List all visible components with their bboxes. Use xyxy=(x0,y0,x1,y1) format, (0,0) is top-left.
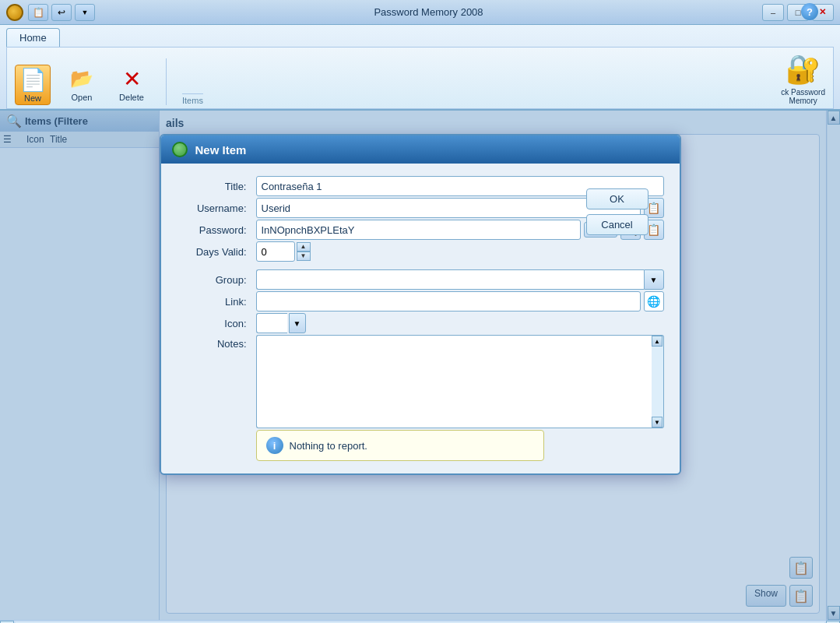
dialog-title: New Item xyxy=(195,143,247,157)
quick-access-toolbar: 📋 ↩ ▼ xyxy=(28,4,95,21)
username-label: Username: xyxy=(177,202,247,214)
link-row: Link: 🌐 xyxy=(177,291,664,312)
lock-area: 🔐 ck PasswordMemory xyxy=(781,52,825,105)
days-valid-row: Days Valid: ▲ ▼ xyxy=(177,241,664,262)
notes-scroll-up[interactable]: ▲ xyxy=(652,336,663,347)
items-group-label: Items xyxy=(182,93,203,105)
notes-scrollbar: ▲ ▼ xyxy=(652,335,664,428)
ribbon: Home 📄 New 📂 Open ✕ Delete Items 🔐 ck Pa… xyxy=(0,25,840,111)
title-bar: 📋 ↩ ▼ Password Memory 2008 – □ ✕ xyxy=(0,0,840,25)
group-row: Group: ▼ xyxy=(177,269,664,290)
cancel-button[interactable]: Cancel xyxy=(586,214,648,235)
notes-input[interactable] xyxy=(256,335,652,428)
new-label: New xyxy=(24,93,41,103)
days-input[interactable] xyxy=(256,241,295,262)
bottom-scrollbar: ◀ ▶ xyxy=(0,620,840,623)
new-icon: 📄 xyxy=(20,67,45,92)
new-item-dialog: New Item Title: Username: xyxy=(160,134,681,475)
app-icon xyxy=(6,4,23,21)
icon-preview xyxy=(256,313,287,333)
ribbon-content: 📄 New 📂 Open ✕ Delete Items 🔐 ck Passwor… xyxy=(6,47,834,109)
icon-dropdown[interactable]: ▼ xyxy=(289,313,306,333)
icon-row: Icon: ▼ xyxy=(177,313,664,333)
link-input-area: 🌐 xyxy=(256,291,664,312)
scroll-right-arrow[interactable]: ▶ xyxy=(826,621,840,624)
link-browse-btn[interactable]: 🌐 xyxy=(644,291,664,312)
spin-buttons: ▲ ▼ xyxy=(297,242,311,261)
ok-button[interactable]: OK xyxy=(586,188,648,209)
notes-area: ▲ ▼ xyxy=(256,335,664,428)
title-bar-left: 📋 ↩ ▼ xyxy=(6,4,95,21)
qa-dropdown[interactable]: ▼ xyxy=(75,4,95,21)
minimize-button[interactable]: – xyxy=(762,4,784,21)
app-title: Password Memory 2008 xyxy=(374,6,483,18)
info-message: Nothing to report. xyxy=(290,440,367,452)
spacer xyxy=(177,263,664,269)
password-label: Password: xyxy=(177,224,247,236)
qa-btn-1[interactable]: 📋 xyxy=(28,4,48,21)
icon-select-area: ▼ xyxy=(256,313,306,333)
qa-btn-2[interactable]: ↩ xyxy=(51,4,72,21)
open-label: Open xyxy=(72,93,93,102)
password-input[interactable] xyxy=(256,220,581,240)
ribbon-separator xyxy=(166,58,167,105)
group-label: Group: xyxy=(177,274,247,286)
link-label: Link: xyxy=(177,296,247,308)
title-label: Title: xyxy=(177,181,247,192)
delete-icon: ✕ xyxy=(119,66,144,91)
info-box: i Nothing to report. xyxy=(256,430,544,461)
days-input-area: ▲ ▼ xyxy=(256,241,311,262)
dialog-body: Title: Username: 📋 Password: xyxy=(161,164,680,473)
notes-row: Notes: ▲ ▼ xyxy=(177,335,664,428)
dialog-title-bar: New Item xyxy=(161,136,680,164)
open-icon: 📂 xyxy=(69,66,94,91)
spin-down[interactable]: ▼ xyxy=(297,252,311,261)
spin-up[interactable]: ▲ xyxy=(297,242,311,252)
username-input[interactable] xyxy=(256,198,641,218)
delete-button[interactable]: ✕ Delete xyxy=(113,63,150,105)
group-select-area: ▼ xyxy=(256,269,664,290)
lock-label: ck PasswordMemory xyxy=(781,88,825,105)
info-icon: i xyxy=(266,437,283,454)
dialog-buttons: OK Cancel xyxy=(586,188,648,235)
link-input[interactable] xyxy=(256,291,641,312)
dialog-body-inner: Title: Username: 📋 Password: xyxy=(177,176,664,461)
window-controls: – □ ✕ xyxy=(762,4,834,21)
info-row: i Nothing to report. xyxy=(177,430,664,461)
lock-icon: 🔐 xyxy=(786,52,821,86)
main-area: 🔍 Items (Filtere ☰ Icon Title ails <e em… xyxy=(0,111,840,620)
group-dropdown[interactable]: ▼ xyxy=(644,269,664,290)
delete-label: Delete xyxy=(119,93,144,102)
dialog-title-icon xyxy=(172,142,188,157)
group-input[interactable] xyxy=(256,269,644,290)
help-icon[interactable]: ? xyxy=(801,3,818,20)
icon-label: Icon: xyxy=(177,318,247,329)
days-valid-label: Days Valid: xyxy=(177,246,247,258)
ribbon-right-tools: 🔐 ck PasswordMemory xyxy=(781,52,825,105)
notes-scroll-down[interactable]: ▼ xyxy=(652,417,663,428)
open-button[interactable]: 📂 Open xyxy=(63,63,100,105)
notes-label: Notes: xyxy=(177,335,247,350)
dialog-overlay: New Item Title: Username: xyxy=(0,111,840,620)
new-button[interactable]: 📄 New xyxy=(15,65,51,105)
ribbon-tabs: Home xyxy=(6,25,834,47)
tab-home[interactable]: Home xyxy=(6,28,60,47)
scroll-left-arrow[interactable]: ◀ xyxy=(0,621,14,624)
